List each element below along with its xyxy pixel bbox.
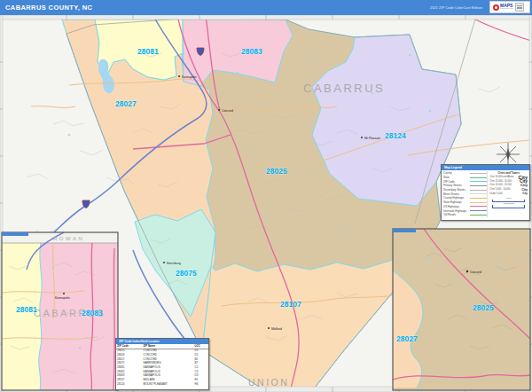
inset-zip-28027: 28027 <box>396 334 418 343</box>
legend-item-swatch <box>470 173 487 174</box>
legend-item-label: Primary Streets <box>443 184 470 187</box>
legend-item-swatch <box>470 181 487 182</box>
town-midland: Midland <box>271 327 282 331</box>
scale-km-bar <box>492 205 525 208</box>
inset-zip-28081: 28081 <box>16 305 37 314</box>
legend-item-swatch <box>470 202 487 203</box>
legend-item-label: State <box>443 176 470 179</box>
edition-label: 2021 ZIP Code ColorCast Edition <box>430 5 482 10</box>
legend-item: Toll Roads <box>443 213 487 217</box>
legend-item-label: Minor Streets <box>443 192 470 196</box>
city-class-sample: City <box>521 188 528 192</box>
zip-index-panel: ZIP Code Index/Grid Locator ZIP Code ZIP… <box>115 338 209 390</box>
town-harrisburg: Harrisburg <box>167 262 181 265</box>
inset-county-rowan: ROWAN <box>53 236 84 241</box>
inset-zip-28025: 28025 <box>473 303 494 312</box>
zip-label-28083: 28083 <box>241 47 262 56</box>
legend-item-label: County Highways <box>443 196 470 200</box>
zip-index-rows: 28025CONCORDD528026CONCORDD528027CONCORD… <box>116 349 208 387</box>
legend-item-swatch <box>470 185 487 186</box>
legend-item-label: US Highways <box>443 205 470 208</box>
legend-item-swatch <box>470 190 487 191</box>
legend-item-swatch <box>470 210 487 211</box>
logo-swirl-icon <box>493 4 499 11</box>
city-class-row: Under 5,000City <box>489 192 528 196</box>
legend-city-classes: Over 50,000 and AboveCityOver 25,000 - 5… <box>489 176 528 196</box>
town-kannapolis: Kannapolis <box>182 75 197 79</box>
town-mt-pleasant: Mt Pleasant <box>364 137 380 140</box>
city-class-sample: City <box>522 192 528 195</box>
city-class-range: Over 25,000 - 50,000 <box>489 180 512 183</box>
legend-item-swatch <box>470 206 487 207</box>
legend-panel: Map Legend CountyStateZIP CodePrimary St… <box>441 164 530 221</box>
zip-index-cell: H3 <box>194 382 208 387</box>
legend-item-label: County <box>443 171 470 175</box>
legend-line-items: CountyStateZIP CodePrimary StreetsSecond… <box>443 171 487 217</box>
zip-index-table: ZIP Code ZIP Name LOC 28025CONCORDD52802… <box>116 344 208 387</box>
zip-index-row: 28124MOUNT PLEASANTH3 <box>116 382 208 387</box>
legend-item-swatch <box>470 193 487 194</box>
zip-index-cell: MOUNT PLEASANT <box>142 382 193 387</box>
scale-bars: Miles Kilometers <box>489 197 528 208</box>
logo-side-box <box>515 3 524 12</box>
city-class-range: Under 5,000 <box>489 192 502 195</box>
zip-label-28025: 28025 <box>266 167 287 176</box>
city-class-range: Over 10,000 - 25,000 <box>489 184 512 186</box>
marketmaps-logo: MAPS MarketMAPS <box>489 1 530 13</box>
header-bar: CABARRUS COUNTY, NC 2021 ZIP Code ColorC… <box>0 0 532 15</box>
page-title: CABARRUS COUNTY, NC <box>5 4 92 12</box>
inset-town-kannapolis: Kannapolis <box>55 296 70 300</box>
city-class-range: Over 5,000 - 10,000 <box>489 188 510 191</box>
logo-publisher-text: MarketMAPS <box>500 8 513 11</box>
zip-label-28027: 28027 <box>115 99 137 108</box>
legend-item-label: ZIP Code <box>443 180 470 184</box>
zip-label-28081: 28081 <box>137 47 159 56</box>
city-class-range: Over 50,000 and Above <box>489 176 513 178</box>
inset-concord: Concord 28025 28027 <box>393 229 530 390</box>
legend-item-label: Interstate Highways <box>443 209 470 213</box>
legend-item-swatch <box>470 198 487 199</box>
legend-item-label: Toll Roads <box>443 213 470 216</box>
town-concord: Concord <box>222 109 233 113</box>
map-page: { "header": { "title": "CABARRUS COUNTY,… <box>0 0 532 392</box>
legend-item-label: Secondary Streets <box>443 188 470 192</box>
legend-item-label: State Highways <box>443 200 470 204</box>
county-label-union: UNION <box>248 377 289 388</box>
zip-index-cell: 28124 <box>116 382 142 387</box>
legend-item-swatch <box>470 177 487 178</box>
zip-label-28107: 28107 <box>280 300 301 309</box>
zip-label-28075: 28075 <box>176 269 197 278</box>
zip-label-28124: 28124 <box>385 131 406 140</box>
inset-town-concord: Concord <box>470 270 481 274</box>
county-label-cabarrus: CABARRUS <box>303 82 385 95</box>
inset-kannapolis: Kannapolis ROWAN CABARRUS 28081 28083 <box>2 232 118 390</box>
inset-zip-28083: 28083 <box>82 309 103 318</box>
legend-item-swatch <box>470 215 487 216</box>
